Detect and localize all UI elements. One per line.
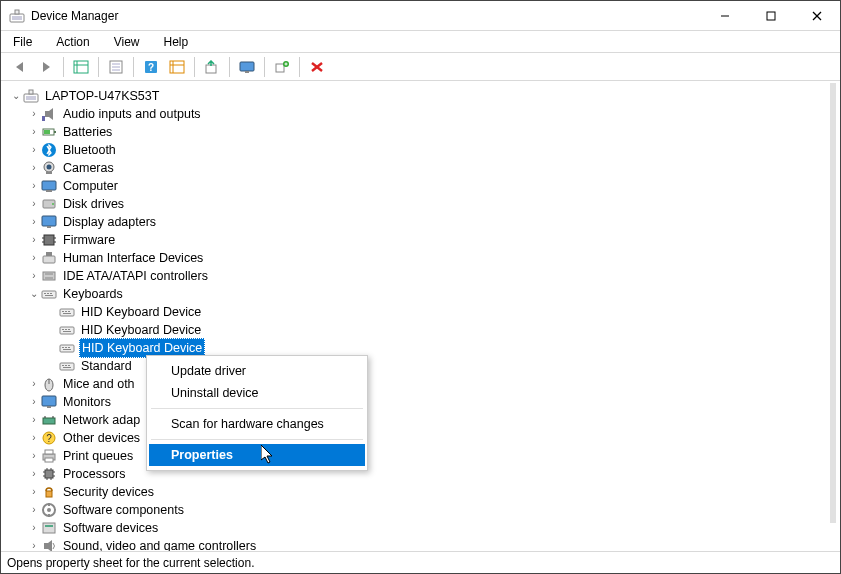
ide-icon bbox=[41, 268, 57, 284]
network-icon bbox=[41, 412, 57, 428]
help-icon[interactable]: ? bbox=[140, 56, 162, 78]
svg-rect-2 bbox=[15, 10, 19, 14]
context-menu-separator bbox=[151, 408, 363, 409]
properties-icon[interactable] bbox=[105, 56, 127, 78]
tree-category[interactable]: ›Sound, video and game controllers bbox=[27, 537, 824, 551]
svg-rect-80 bbox=[63, 367, 71, 368]
tree-category[interactable]: ›Software devices bbox=[27, 519, 824, 537]
context-menu-item[interactable]: Update driver bbox=[149, 360, 365, 382]
firmware-icon bbox=[41, 232, 57, 248]
svg-rect-102 bbox=[46, 491, 52, 497]
svg-rect-93 bbox=[45, 470, 53, 478]
scan-changes-icon[interactable] bbox=[166, 56, 188, 78]
menu-help[interactable]: Help bbox=[160, 33, 193, 51]
tree-category[interactable]: ›Firmware bbox=[27, 231, 824, 249]
svg-rect-77 bbox=[62, 365, 64, 366]
tree-category[interactable]: ›Display adapters bbox=[27, 213, 824, 231]
tree-category[interactable]: ›Audio inputs and outputs bbox=[27, 105, 824, 123]
maximize-button[interactable] bbox=[748, 1, 794, 30]
context-menu: Update driverUninstall deviceScan for ha… bbox=[146, 355, 368, 471]
add-legacy-icon[interactable] bbox=[271, 56, 293, 78]
keyboard-icon bbox=[59, 322, 75, 338]
svg-rect-19 bbox=[206, 65, 216, 73]
svg-rect-67 bbox=[62, 329, 64, 330]
svg-rect-46 bbox=[44, 235, 54, 245]
keyboard-icon bbox=[41, 286, 57, 302]
tree-category-label: Batteries bbox=[61, 123, 114, 141]
keyboard-icon bbox=[59, 358, 75, 374]
tree-category-label: Software devices bbox=[61, 519, 160, 537]
monitor-icon[interactable] bbox=[236, 56, 258, 78]
svg-rect-16 bbox=[170, 61, 184, 73]
menu-action[interactable]: Action bbox=[52, 33, 93, 51]
svg-rect-41 bbox=[46, 190, 52, 192]
context-menu-item[interactable]: Properties bbox=[149, 444, 365, 466]
tree-category-label: Keyboards bbox=[61, 285, 125, 303]
tree-category[interactable]: ›Bluetooth bbox=[27, 141, 824, 159]
tree-category[interactable]: ›Security devices bbox=[27, 483, 824, 501]
close-button[interactable] bbox=[794, 1, 840, 30]
tree-category[interactable]: ›Cameras bbox=[27, 159, 824, 177]
tree-device[interactable]: HID Keyboard Device bbox=[45, 303, 824, 321]
tree-category[interactable]: ›IDE ATA/ATAPI controllers bbox=[27, 267, 824, 285]
svg-rect-29 bbox=[26, 96, 36, 100]
menubar: File Action View Help bbox=[1, 31, 840, 53]
svg-rect-108 bbox=[45, 525, 53, 527]
svg-rect-60 bbox=[45, 295, 53, 296]
computer-icon bbox=[41, 178, 57, 194]
window-title: Device Manager bbox=[31, 9, 702, 23]
vertical-scrollbar[interactable] bbox=[830, 83, 836, 523]
svg-rect-84 bbox=[47, 406, 51, 408]
device-tree-area[interactable]: ⌄LAPTOP-U47KS53T›Audio inputs and output… bbox=[1, 83, 840, 551]
tree-device[interactable]: HID Keyboard Device bbox=[45, 321, 824, 339]
svg-rect-56 bbox=[42, 291, 56, 298]
show-tree-icon[interactable] bbox=[70, 56, 92, 78]
svg-rect-66 bbox=[60, 327, 74, 334]
security-icon bbox=[41, 484, 57, 500]
tree-category[interactable]: ›Human Interface Devices bbox=[27, 249, 824, 267]
bluetooth-icon bbox=[41, 142, 57, 158]
tree-category-label: Other devices bbox=[61, 429, 142, 447]
svg-rect-52 bbox=[46, 252, 52, 256]
context-menu-item[interactable]: Uninstall device bbox=[149, 382, 365, 404]
svg-rect-85 bbox=[43, 418, 55, 424]
menu-file[interactable]: File bbox=[9, 33, 36, 51]
display-icon bbox=[41, 214, 57, 230]
tree-category-label: Audio inputs and outputs bbox=[61, 105, 203, 123]
svg-rect-51 bbox=[43, 256, 55, 263]
svg-rect-73 bbox=[65, 347, 67, 348]
tree-category-label: Cameras bbox=[61, 159, 116, 177]
tree-category[interactable]: ›Batteries bbox=[27, 123, 824, 141]
svg-rect-21 bbox=[245, 71, 249, 73]
svg-rect-107 bbox=[43, 523, 55, 533]
tree-root-node[interactable]: ⌄LAPTOP-U47KS53T bbox=[9, 87, 824, 105]
update-driver-icon[interactable] bbox=[201, 56, 223, 78]
svg-rect-45 bbox=[47, 226, 51, 228]
tree-category[interactable]: ⌄Keyboards bbox=[27, 285, 824, 303]
component-icon bbox=[41, 502, 57, 518]
nav-forward-icon[interactable] bbox=[35, 56, 57, 78]
menu-view[interactable]: View bbox=[110, 33, 144, 51]
window-controls bbox=[702, 1, 840, 30]
svg-rect-35 bbox=[44, 130, 50, 134]
svg-rect-71 bbox=[60, 345, 74, 352]
svg-rect-72 bbox=[62, 347, 64, 348]
nav-back-icon[interactable] bbox=[9, 56, 31, 78]
disk-icon bbox=[41, 196, 57, 212]
tree-root-label: LAPTOP-U47KS53T bbox=[43, 87, 161, 105]
tree-category[interactable]: ›Disk drives bbox=[27, 195, 824, 213]
svg-rect-4 bbox=[767, 12, 775, 20]
tree-category-label: Monitors bbox=[61, 393, 113, 411]
tree-device-label: Standard bbox=[79, 357, 134, 375]
cpu-icon bbox=[41, 466, 57, 482]
other-icon: ? bbox=[41, 430, 57, 446]
uninstall-icon[interactable] bbox=[306, 56, 328, 78]
svg-rect-61 bbox=[60, 309, 74, 316]
minimize-button[interactable] bbox=[702, 1, 748, 30]
svg-rect-44 bbox=[42, 216, 56, 226]
tree-category[interactable]: ›Software components bbox=[27, 501, 824, 519]
context-menu-item[interactable]: Scan for hardware changes bbox=[149, 413, 365, 435]
tree-category[interactable]: ›Computer bbox=[27, 177, 824, 195]
tree-category-label: Mice and oth bbox=[61, 375, 137, 393]
svg-rect-63 bbox=[65, 311, 67, 312]
